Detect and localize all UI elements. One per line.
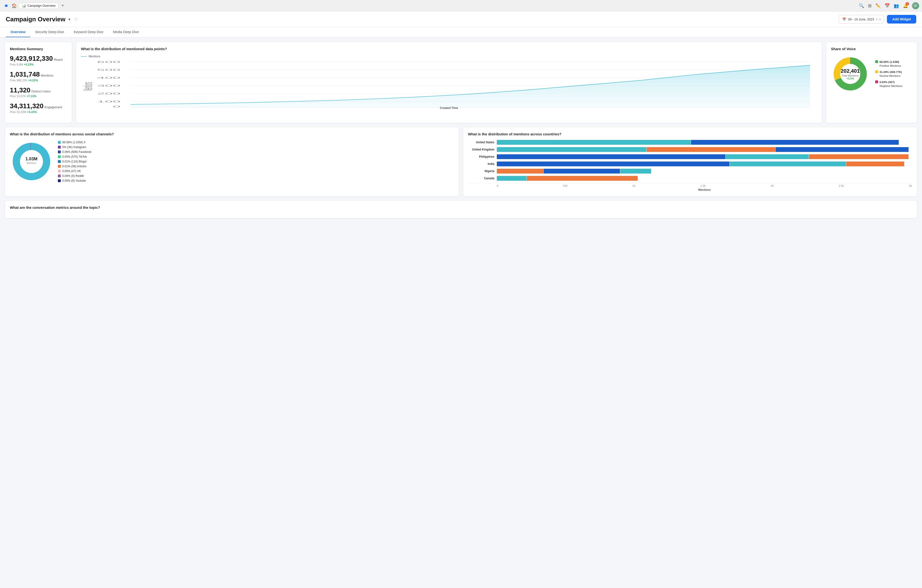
title-dropdown[interactable]: ▾ xyxy=(69,17,70,21)
bar-uk-container xyxy=(497,147,912,152)
bottom-row: What is the distribution of mentions acr… xyxy=(5,127,917,196)
sov-label: Total Mentions xyxy=(840,74,860,77)
mentions-label: Mentions xyxy=(41,74,54,77)
reach-sub: Prev 8,9M +5.23% xyxy=(10,63,67,66)
legend-facebook: 0.06% (606) Facebook xyxy=(58,150,91,154)
calendar-icon[interactable]: 📅 xyxy=(884,3,890,8)
main-header: Campaign Overview ▾ ☆ 📅 09 - 16 June, 20… xyxy=(0,11,922,27)
users-change: +7.13% xyxy=(26,95,36,98)
legend-label: Mentions xyxy=(88,55,100,58)
mentions-summary-title: Mentions Summary xyxy=(10,47,67,51)
svg-text:600: 600 xyxy=(97,61,121,64)
legend-line xyxy=(81,56,87,57)
social-title: What is the distribution of mentions acr… xyxy=(10,132,454,136)
date-range-selector[interactable]: 📅 09 - 16 June, 2023 ‹ › xyxy=(839,15,884,23)
user-avatar[interactable]: U xyxy=(912,2,919,9)
bar-india-label: India xyxy=(468,162,494,166)
date-next-button[interactable]: › xyxy=(879,17,881,21)
legend-x: 99.58% (1.02M) X xyxy=(58,140,91,144)
mentions-change: +4.22% xyxy=(28,79,38,82)
browser-tab[interactable]: 📊 Campaign Overview xyxy=(19,3,59,9)
tick-0: 0 xyxy=(497,184,498,187)
tick-25k: 2.5K xyxy=(839,184,844,187)
notifications-icon[interactable]: 🔔 5 xyxy=(903,3,908,8)
date-prev-button[interactable]: ‹ xyxy=(876,17,877,21)
svg-text:200: 200 xyxy=(97,92,121,95)
browser-bar: 🏠 📊 Campaign Overview + 🔍 ⊞ ✏️ 📅 👥 🔔 5 U xyxy=(0,0,922,11)
sov-donut: 202,401 Total Mentions +3.1% xyxy=(831,55,870,93)
bar-ph-seg2 xyxy=(726,154,809,159)
bar-nigeria-label: Nigeria xyxy=(468,170,494,173)
reach-label: Reach xyxy=(54,58,63,61)
top-row: Mentions Summary 9,423,912,330Reach Prev… xyxy=(5,42,917,123)
bottom-card: What are the conversation metrics around… xyxy=(5,200,917,219)
tiktok-dot xyxy=(58,155,61,158)
legend-youtube: 0.00% (9) Youtube xyxy=(58,179,91,182)
bar-ph-seg3 xyxy=(809,154,909,159)
social-legend: 99.58% (1.02M) X 5% (3K) Instagram 0.06%… xyxy=(58,140,91,182)
instagram-label: 5% (3K) Instagram xyxy=(62,145,86,149)
area-fill xyxy=(131,65,810,108)
favorite-icon[interactable]: ☆ xyxy=(74,16,78,22)
negative-text: 0.03% (457) Negative Mentions xyxy=(879,80,902,88)
bar-chart: United States United Kingdom Philip xyxy=(468,140,912,191)
svg-text:0: 0 xyxy=(113,105,121,108)
social-hole xyxy=(20,150,43,173)
engagement-sub: Prev 33,20M +3.23% xyxy=(10,110,67,114)
sov-change: +3.1% xyxy=(840,77,860,80)
area-chart-svg: 600 500 400 300 200 100 0 xyxy=(81,60,817,108)
legend-blogs: 0.01% (116) Blogs/ xyxy=(58,160,91,163)
vk-label: 0.00% (47) VK xyxy=(62,170,81,173)
facebook-dot xyxy=(58,150,61,154)
page-title: Campaign Overview xyxy=(6,16,65,23)
content-area: Mentions Summary 9,423,912,330Reach Prev… xyxy=(0,38,922,223)
tab-security[interactable]: Security Deep-Dive xyxy=(30,27,69,37)
tiktok-label: 0.05% (570) TikTok xyxy=(62,155,87,158)
bar-ph-seg1 xyxy=(497,154,725,159)
apps-icon[interactable]: ⊞ xyxy=(868,3,871,8)
bar-india-container xyxy=(497,162,912,166)
users-metric: 11,320Distinct Users Prev 10,57K +7.13% xyxy=(10,87,67,98)
neutral-text: 31.28% (469.77K) Neutral Mentions xyxy=(879,70,902,78)
legend-positive: 68.69% (1.03M) Positive Mentions xyxy=(875,60,902,68)
sov-total: 202,401 xyxy=(840,68,860,74)
search-icon[interactable]: 🔍 xyxy=(859,3,864,8)
engagement-metric: 34,311,320Engagement Prev 33,20M +3.23% xyxy=(10,102,67,114)
add-widget-button[interactable]: Add Widget xyxy=(887,15,916,23)
social-center-value: 1.03M xyxy=(25,157,38,161)
home-icon[interactable]: 🏠 xyxy=(11,3,17,8)
tab-keyword[interactable]: Keyword Deep Dive xyxy=(69,27,108,37)
add-tab-button[interactable]: + xyxy=(62,3,64,8)
tab-overview[interactable]: Overview xyxy=(6,27,30,37)
mentions-summary-card: Mentions Summary 9,423,912,330Reach Prev… xyxy=(5,42,72,123)
svg-point-1 xyxy=(5,5,7,7)
date-range-label: 09 - 16 June, 2023 xyxy=(848,18,874,21)
bar-nigeria-seg3 xyxy=(620,169,651,173)
legend-instagram: 5% (3K) Instagram xyxy=(58,145,91,149)
mentions-value: 1,031,748 xyxy=(10,70,40,78)
distribution-card: What is the distribution of mentioned da… xyxy=(76,42,822,123)
bar-ph: Philippines xyxy=(468,154,912,159)
vk-dot xyxy=(58,170,61,173)
legend-articles: 0.01% (58) Articles xyxy=(58,165,91,168)
svg-text:500: 500 xyxy=(97,69,121,71)
legend-tiktok: 0.05% (570) TikTok xyxy=(58,155,91,158)
youtube-dot xyxy=(58,179,61,182)
edit-icon[interactable]: ✏️ xyxy=(875,3,881,8)
reach-change: +5.23% xyxy=(24,63,34,66)
mentions-sub: Prev 988,22K +4.22% xyxy=(10,79,67,82)
donut-center: 202,401 Total Mentions +3.1% xyxy=(840,68,860,80)
bar-canada-seg2 xyxy=(527,176,638,181)
x-axis: 0 500 1K 1.5K 2K 2.5K 3K xyxy=(468,183,912,187)
legend-neutral: 31.28% (469.77K) Neutral Mentions xyxy=(875,70,902,78)
bar-us-label: United States xyxy=(468,140,494,144)
svg-text:100: 100 xyxy=(97,100,121,103)
positive-pct: 68.69% (1.03M) xyxy=(879,60,899,64)
tab-media[interactable]: Media Deep Dive xyxy=(108,27,144,37)
people-icon[interactable]: 👥 xyxy=(894,3,899,8)
users-value: 11,320 xyxy=(10,87,31,94)
bar-nigeria-seg1 xyxy=(497,169,543,173)
bar-uk-label: United Kingdom xyxy=(468,148,494,151)
users-label: Distinct Users xyxy=(31,90,51,93)
bar-uk: United Kingdom xyxy=(468,147,912,152)
